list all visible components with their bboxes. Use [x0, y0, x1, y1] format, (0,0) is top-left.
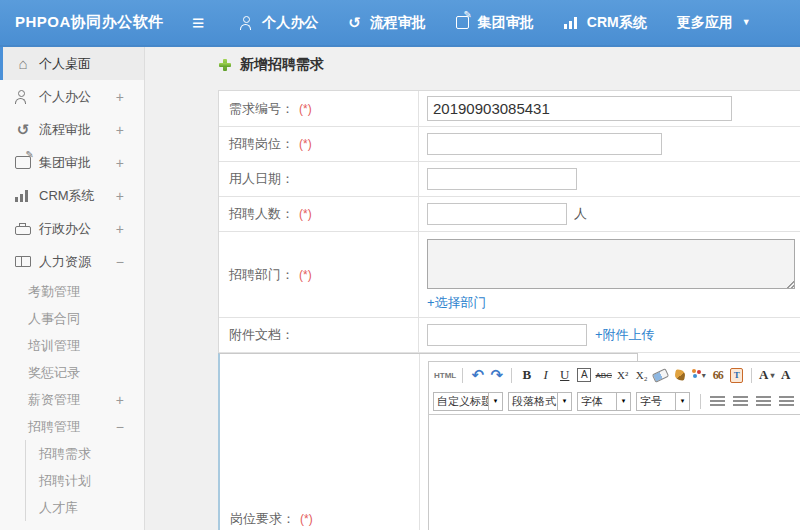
sidebar-item-label: 人事合同 — [28, 310, 80, 328]
redo-icon[interactable]: ↷ — [488, 365, 505, 385]
sidebar-item-talent-pool[interactable]: 人才库 — [25, 494, 144, 521]
brief-icon — [15, 226, 31, 235]
dropdown-value: 字号 — [636, 392, 676, 411]
sidebar-item-group-approval[interactable]: 集团审批+ — [0, 146, 144, 179]
paragraph-select[interactable]: 段落格式▾ — [508, 392, 572, 411]
book-icon — [15, 256, 31, 267]
topnav-label: 个人办公 — [262, 14, 318, 32]
dropdown-value: 自定义标题 — [433, 392, 489, 411]
subscript-icon[interactable]: X₂ — [633, 365, 650, 385]
sidebar-item-personal-desktop[interactable]: ⌂个人桌面 — [0, 47, 144, 80]
sidebar-item-admin-office[interactable]: 行政办公+ — [0, 212, 144, 245]
dropdown-value: 段落格式 — [508, 392, 558, 411]
align-left-icon[interactable] — [710, 396, 725, 407]
form-row-job-requirements: 岗位要求：(*)HTML↶↷BIUAABCX²X₂▾66A▾A自定义标题▾段落格… — [218, 353, 638, 530]
recruit-count-input[interactable] — [427, 203, 567, 225]
hire-date-input[interactable] — [427, 168, 577, 190]
font-size-select[interactable]: 字号▾ — [636, 392, 690, 411]
paste-icon[interactable] — [728, 365, 745, 385]
dropdown-value: 字体 — [577, 392, 617, 411]
caret-down-icon: ▼ — [742, 18, 751, 27]
topnav-item-workflow-approval[interactable]: ↺流程审批 — [348, 14, 426, 32]
editor-content-area[interactable] — [429, 414, 800, 530]
hamburger-icon[interactable]: ≡ — [192, 12, 204, 33]
expand-icon[interactable]: + — [116, 155, 124, 171]
expand-icon[interactable]: + — [116, 89, 124, 105]
field-label: 附件文档： — [229, 326, 294, 344]
caret-down-icon: ▾ — [702, 371, 706, 380]
sidebar-item-label: 人才库 — [39, 499, 78, 517]
attachment-link[interactable]: +附件上传 — [595, 326, 655, 344]
caret-down-icon: ▾ — [489, 392, 503, 411]
expand-icon[interactable]: + — [116, 392, 124, 408]
expand-icon[interactable]: + — [116, 122, 124, 138]
required-mark: (*) — [300, 512, 313, 526]
font-color-icon[interactable]: A▾ — [758, 365, 775, 385]
font-family-select[interactable]: 字体▾ — [577, 392, 631, 411]
bold-icon[interactable]: B — [518, 365, 535, 385]
align-right-icon[interactable] — [756, 396, 771, 407]
highlight-icon[interactable]: A — [777, 365, 794, 385]
sidebar-item-recruit-plan[interactable]: 招聘计划 — [25, 467, 144, 494]
strikethrough-icon[interactable]: ABC — [595, 365, 612, 385]
sidebar-item-salary-mgmt[interactable]: 薪资管理+ — [0, 386, 144, 413]
caret-down-icon: ▾ — [617, 392, 631, 411]
sidebar-item-training-mgmt[interactable]: 培训管理 — [0, 332, 144, 359]
recruit-demand-form: 需求编号：(*)招聘岗位：(*)用人日期：招聘人数：(*)人招聘部门：(*)+选… — [218, 90, 800, 530]
sidebar-item-attendance-mgmt[interactable]: 考勤管理 — [0, 278, 144, 305]
sidebar-item-human-resources[interactable]: 人力资源− — [0, 245, 144, 278]
topnav-item-group-approval[interactable]: 集团审批 — [456, 14, 534, 32]
required-mark: (*) — [299, 137, 312, 151]
sidebar-item-workflow-approval[interactable]: ↺流程审批+ — [0, 113, 144, 146]
underline-icon[interactable]: U — [556, 365, 573, 385]
toolbar-separator — [462, 368, 463, 383]
attachment-input[interactable] — [427, 324, 587, 346]
italic-icon[interactable]: I — [537, 365, 554, 385]
blockquote-icon[interactable]: 66 — [709, 365, 726, 385]
align-center-icon[interactable] — [733, 396, 748, 407]
sidebar-item-label: 人力资源 — [39, 253, 91, 271]
collapse-icon[interactable]: − — [116, 419, 124, 435]
topnav-item-personal-office[interactable]: 个人办公 — [240, 14, 318, 32]
required-mark: (*) — [299, 102, 312, 116]
recruit-department-textarea[interactable] — [427, 239, 795, 289]
heading-select[interactable]: 自定义标题▾ — [433, 392, 503, 411]
sidebar-item-label: 个人办公 — [39, 88, 91, 106]
topnav-item-crm-system[interactable]: CRM系统 — [564, 14, 647, 32]
topnav-label: CRM系统 — [587, 14, 647, 32]
toolbar-separator — [511, 368, 512, 383]
field-label: 需求编号： — [229, 100, 294, 118]
field-label: 招聘岗位： — [229, 135, 294, 153]
sidebar-item-hr-contract[interactable]: 人事合同 — [0, 305, 144, 332]
home-icon: ⌂ — [15, 56, 31, 71]
chart-icon — [564, 17, 578, 29]
sidebar-item-crm-system[interactable]: CRM系统+ — [0, 179, 144, 212]
recruit-department-link[interactable]: +选择部门 — [427, 294, 487, 312]
sidebar-item-personal-office[interactable]: 个人办公+ — [0, 80, 144, 113]
undo-icon[interactable]: ↶ — [469, 365, 486, 385]
format-brush-icon[interactable] — [671, 365, 688, 385]
eraser-icon[interactable] — [652, 365, 669, 385]
sidebar-item-reward-punishment[interactable]: 奖惩记录 — [0, 359, 144, 386]
sidebar-item-label: 培训管理 — [28, 337, 80, 355]
recruit-position-input[interactable] — [427, 133, 662, 155]
align-justify-icon[interactable] — [779, 396, 794, 407]
superscript-icon[interactable]: X² — [614, 365, 631, 385]
topnav-label: 集团审批 — [478, 14, 534, 32]
topnav-item-more-apps[interactable]: 更多应用▼ — [677, 14, 751, 32]
sidebar-item-recruit-demand[interactable]: 招聘需求 — [25, 440, 144, 467]
expand-icon[interactable]: + — [116, 221, 124, 237]
field-label: 岗位要求： — [230, 510, 295, 528]
page-title-text: 新增招聘需求 — [240, 56, 324, 74]
app-logo: PHPOA协同办公软件 — [0, 13, 192, 32]
toolbar-separator — [700, 394, 701, 409]
demand-no-input[interactable] — [427, 96, 732, 121]
source-icon[interactable]: HTML — [434, 365, 456, 385]
color-icon[interactable]: ▾ — [690, 365, 707, 385]
collapse-icon[interactable]: − — [116, 254, 124, 270]
form-row-recruit-department: 招聘部门：(*)+选择部门 — [219, 232, 800, 318]
resize-handle-icon — [784, 278, 794, 288]
sidebar-item-recruit-mgmt[interactable]: 招聘管理− — [0, 413, 144, 440]
font-border-icon[interactable]: A — [577, 368, 591, 382]
expand-icon[interactable]: + — [116, 188, 124, 204]
